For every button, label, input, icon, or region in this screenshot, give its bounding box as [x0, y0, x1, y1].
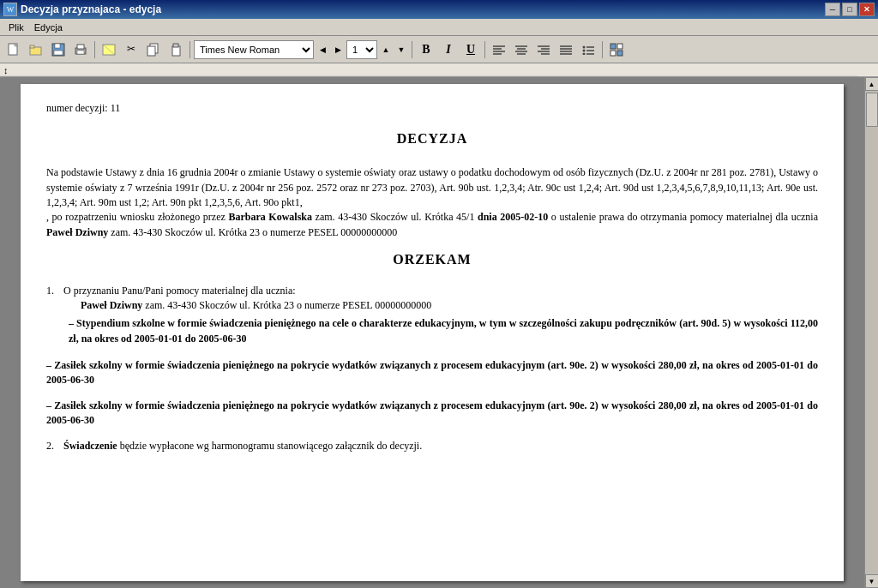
applicant-address: zam. 43-430 Skoczów ul. Krótka 45/1 [316, 211, 475, 223]
menu-file[interactable]: Plik [3, 21, 29, 34]
item2-prefix: Świadczenie [63, 440, 117, 452]
svg-rect-9 [77, 51, 84, 54]
svg-point-36 [583, 52, 586, 55]
font-next-button[interactable]: ▶ [331, 39, 345, 60]
title-bar-left: W Decyzja przyznajaca - edycja [3, 3, 161, 16]
separator-3 [412, 41, 412, 58]
size-up-button[interactable]: ▲ [379, 39, 393, 60]
italic-button[interactable]: I [438, 39, 459, 60]
font-prev-button[interactable]: ◀ [316, 39, 329, 60]
window-controls: ─ □ ✕ [825, 3, 875, 16]
bold-button[interactable]: B [416, 39, 436, 60]
svg-rect-8 [77, 45, 84, 49]
close-button[interactable]: ✕ [859, 3, 875, 16]
svg-point-34 [583, 49, 586, 51]
save-button[interactable] [48, 39, 69, 60]
svg-rect-6 [54, 51, 63, 55]
title-text: Decyzja przyznajaca - edycja [21, 3, 161, 15]
app-icon: W [3, 3, 17, 16]
item1-addr: zam. 43-430 Skoczów ul. Krótka 23 [145, 299, 294, 311]
student-pesel-p1: o numerze PESEL 00000000000 [262, 226, 397, 238]
open-button[interactable] [26, 39, 46, 60]
menu-bar: Plik Edycja [0, 19, 878, 36]
separator-4 [484, 41, 485, 58]
zasilek1-paragraph: – Zasiłek szkolny w formie świadczenia p… [46, 358, 818, 388]
legal-basis-text: Na podstawie Ustawy z dnia 16 grudnia 20… [46, 166, 818, 208]
student-address-p1: zam. 43-430 Skoczów ul. Krótka 23 [111, 226, 260, 238]
item2-suffix: będzie wypłacone wg harmonogramu stanowi… [120, 440, 423, 452]
svg-rect-5 [55, 44, 60, 48]
svg-rect-15 [173, 44, 178, 47]
student-name-p1: Paweł Dziwny [46, 226, 108, 238]
list-content-1: O przyznaniu Panu/Pani pomocy materialne… [63, 284, 818, 352]
minimize-button[interactable]: ─ [825, 3, 840, 16]
scrollbar-vertical[interactable]: ▲ ▼ [864, 77, 878, 588]
item1-dash1: – Stypendium szkolne w formie świadczeni… [63, 316, 818, 346]
svg-rect-41 [617, 51, 622, 56]
svg-rect-38 [610, 44, 616, 49]
toolbar: ✂ Times New Roman Arial Courier New ◀ ▶ … [0, 36, 878, 63]
item1-prefix: O przyznaniu Panu/Pani pomocy materialne… [63, 285, 296, 297]
item1-name: Paweł Dziwny [81, 299, 142, 311]
font-size-select[interactable]: 1 2 3 [346, 40, 377, 59]
scroll-track[interactable] [865, 91, 878, 574]
title-bar: W Decyzja przyznajaca - edycja ─ □ ✕ [0, 0, 878, 19]
align-left-button[interactable] [489, 39, 509, 60]
print-button[interactable] [70, 39, 91, 60]
scroll-thumb[interactable] [866, 93, 878, 127]
svg-rect-13 [147, 46, 155, 56]
separator-5 [602, 41, 603, 58]
main-title: DECYZJA [46, 129, 818, 148]
applicant-name: Barbara Kowalska [228, 211, 312, 223]
zasilek2-paragraph: – Zasiłek szkolny w formie świadczenia p… [46, 399, 818, 429]
paragraph1b: , po rozpatrzeniu wniosku złożonego prze… [46, 211, 226, 223]
svg-rect-3 [30, 45, 34, 48]
copy-button[interactable] [143, 39, 164, 60]
item1-student-name: Paweł Dziwny zam. 43-430 Skoczów ul. Kró… [63, 298, 431, 313]
paste-button[interactable] [165, 39, 186, 60]
separator-2 [189, 41, 190, 58]
svg-rect-40 [610, 51, 616, 56]
menu-edit[interactable]: Edycja [29, 21, 68, 34]
scroll-up-button[interactable]: ▲ [865, 77, 879, 91]
maximize-button[interactable]: □ [842, 3, 857, 16]
align-center-button[interactable] [511, 39, 532, 60]
cut-button[interactable]: ✂ [121, 39, 141, 60]
svg-point-32 [583, 45, 586, 48]
doc-scroll-area[interactable]: numer decyzji: 11 DECYZJA Na podstawie U… [0, 77, 864, 588]
list-item-1: 1. O przyznaniu Panu/Pani pomocy materia… [46, 284, 818, 352]
list-button[interactable] [578, 39, 598, 60]
svg-rect-39 [617, 44, 622, 49]
list-content-2: Świadczenie będzie wypłacone wg harmonog… [63, 439, 818, 453]
underline-button[interactable]: U [460, 39, 481, 60]
item1-pesel: o numerze PESEL 00000000000 [297, 299, 431, 311]
list-item-2: 2. Świadczenie będzie wypłacone wg harmo… [46, 439, 818, 453]
svg-rect-14 [172, 46, 180, 56]
align-right-button[interactable] [533, 39, 554, 60]
section-title: ORZEKAM [46, 250, 818, 269]
decision-number: numer decyzji: 11 [46, 101, 818, 116]
doc-container: numer decyzji: 11 DECYZJA Na podstawie U… [0, 77, 878, 588]
font-select[interactable]: Times New Roman Arial Courier New [194, 40, 314, 59]
separator-1 [94, 41, 95, 58]
list-num-1: 1. [46, 284, 63, 352]
align-justify-button[interactable] [556, 39, 576, 60]
ruler: ↕ // This would normally be dynamic [0, 63, 878, 77]
list-num-2: 2. [46, 439, 63, 453]
scroll-down-button[interactable]: ▼ [865, 574, 879, 588]
new-button[interactable] [3, 39, 24, 60]
size-down-button[interactable]: ▼ [394, 39, 408, 60]
legal-basis-paragraph: Na podstawie Ustawy z dnia 16 grudnia 20… [46, 165, 818, 240]
doc-page: numer decyzji: 11 DECYZJA Na podstawie U… [21, 84, 844, 581]
highlight-button[interactable] [99, 39, 119, 60]
special-button[interactable] [606, 39, 627, 60]
applicant-suffix: o ustalenie prawa do otrzymania pomocy m… [551, 211, 818, 223]
applicant-date: dnia 2005-02-10 [478, 211, 548, 223]
